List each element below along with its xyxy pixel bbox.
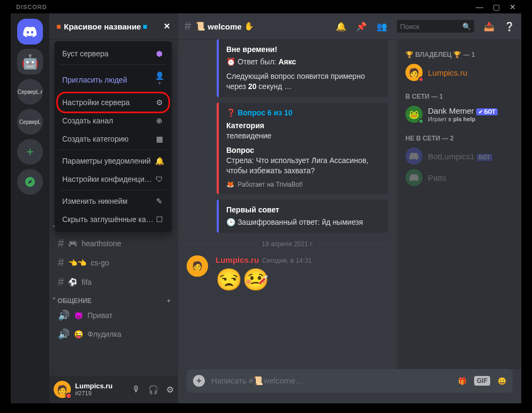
server-rail: 🤖 СерверL.r СерверL + [11,13,49,403]
invite-icon: 👤⁺ [154,71,164,88]
input-placeholder: Написать #📜welcome… [211,376,452,386]
help-icon[interactable]: ❔ [504,21,515,32]
attach-icon[interactable]: + [193,375,205,387]
discord-logo-icon [23,26,37,37]
boost-icon: ⬢ [154,49,164,58]
server-menu-popover: Буст сервера⬢ Пригласить людей👤⁺ Настрой… [55,41,172,232]
menu-server-settings[interactable]: Настройки сервера⚙ [58,93,168,112]
embed-trivia: ❓ Вопрос 6 из 10 Категория телевидение В… [217,102,388,195]
message-input[interactable]: + Написать #📜welcome… 🎁 GIF 😀 [187,369,513,393]
member-list-icon[interactable]: 👥 [376,21,387,32]
status-dnd-icon [65,393,72,399]
clock-icon: 🕒 [226,218,235,226]
gift-icon[interactable]: 🎁 [458,377,467,385]
channel-name: welcome [208,22,241,31]
menu-change-nick[interactable]: Изменить никнейм✎ [58,192,168,210]
emoji-picker-icon[interactable]: 😀 [498,377,506,385]
hash-icon: # [58,256,64,269]
hash-icon: # [58,276,64,288]
deafen-icon[interactable]: 🎧 [148,385,159,395]
speaker-icon: 🔊 [58,328,70,340]
inbox-icon[interactable]: 📥 [484,21,494,32]
hash-icon: # [58,237,64,249]
status-online-icon [418,119,424,124]
message-author[interactable]: Lumpics.ru [216,255,259,264]
member-owner[interactable]: 🧑 Lumpics.ru [401,62,517,83]
app-brand: DISCORD [16,4,47,10]
server-pill-2[interactable]: СерверL [17,109,43,135]
gear-icon: ⚙ [154,98,164,107]
message-emoji-content: 😒🤒 [216,267,312,292]
explore-button[interactable] [17,169,43,195]
channel-hearthstone[interactable]: #🎮hearthstone [54,234,174,253]
user-settings-icon[interactable]: ⚙ [166,385,174,395]
window-minimize-icon[interactable]: — [476,3,483,11]
self-avatar[interactable]: 🧑 [54,381,71,398]
message-avatar[interactable]: 🧑 [187,255,208,277]
crown-icon: 🏆 [453,51,461,58]
window-maximize-icon[interactable]: ▢ [493,3,500,11]
search-icon: 🔍 [462,23,471,31]
member-offline-1[interactable]: BotLumpics1БОТ [401,145,517,167]
menu-hide-muted[interactable]: Скрыть заглушённые ка…☐ [58,210,168,228]
message-area: Вне времени! ⏰ Ответ был: Аякс Следующий… [178,39,397,369]
bell-icon: 🔔 [154,157,164,165]
self-user-panel: 🧑 Lumpics.ru #2719 🎙 🎧 ⚙ [49,375,178,403]
menu-boost[interactable]: Буст сервера⬢ [58,45,168,63]
voice-private[interactable]: 🔊😈Приват [54,306,174,324]
server-header[interactable]: ◆ Красивое название ◆ ✕ [49,13,178,39]
shield-icon: 🛡 [154,175,164,183]
window-close-icon[interactable]: ✕ [509,3,516,11]
discord-logo-icon [409,152,419,160]
crown-icon: 🏆 [405,51,413,58]
status-dnd-icon [418,77,424,82]
channel-header: # 📜welcome✋ 🔔 📌 👥 Поиск 🔍 📥 ❔ [178,13,521,39]
member-list: 🏆 ВЛАДЕЛЕЦ 🏆 — 1 🧑 Lumpics.ru В СЕТИ — 1… [397,39,521,369]
voice-flood[interactable]: 🔊😜Флудилка [54,325,174,343]
server-title: Красивое название [64,22,141,31]
embed-timeout: Вне времени! ⏰ Ответ был: Аякс Следующий… [217,39,388,97]
channel-csgo[interactable]: #👈👈cs-go [54,253,174,272]
member-offline-2[interactable]: Patts [401,167,517,188]
server-pill-1[interactable]: СерверL.r [17,79,43,105]
folder-plus-icon: ▦ [154,135,164,143]
search-input[interactable]: Поиск 🔍 [397,20,474,33]
channel-fifa[interactable]: #⚽fifa [54,272,174,291]
pencil-icon: ✎ [154,197,164,205]
date-divider: 19 апреля 2021 г. [187,240,388,248]
bot-tag: ✔ БОТ [476,108,498,115]
menu-notifications[interactable]: Параметры уведомлений🔔 [58,152,168,170]
menu-invite[interactable]: Пригласить людей👤⁺ [58,67,168,93]
triviabot-icon: 🦊 [226,180,234,189]
bot-tag: БОТ [477,154,492,161]
server-avatar-robot[interactable]: 🤖 [17,49,43,75]
message-row: 🧑 Lumpics.ruСегодня, в 14:31 😒🤒 [187,255,388,292]
alarm-icon: ⏰ [226,57,235,66]
compass-icon [24,176,36,188]
menu-create-channel[interactable]: Создать канал⊕ [58,112,168,130]
hand-emoji-icon: ✋ [244,21,254,31]
gif-button[interactable]: GIF [474,376,490,386]
embed-hint: Первый совет 🕒 Зашифрованный ответ: йд н… [217,200,388,233]
gem-orange-icon: ◆ [55,22,63,31]
discord-logo-icon [409,174,419,181]
checkbox-icon: ☐ [154,215,164,224]
self-discriminator: #2719 [75,390,128,396]
hash-icon: # [184,19,191,33]
home-button[interactable] [17,19,43,45]
menu-privacy[interactable]: Настройки конфиденци…🛡 [58,170,168,188]
menu-create-category[interactable]: Создать категорию▦ [58,130,168,148]
self-username: Lumpics.ru [75,382,128,390]
speaker-icon: 🔊 [58,309,70,321]
question-mark-icon: ❓ [226,108,235,117]
main-column: # 📜welcome✋ 🔔 📌 👥 Поиск 🔍 📥 ❔ [178,13,521,403]
member-dank-memer[interactable]: 🐸 Dank Memer✔ БОТ Играет в pls help [401,104,517,125]
add-channel-icon[interactable]: + [167,297,171,305]
server-header-close-icon[interactable]: ✕ [164,21,171,31]
category-chat[interactable]: ˅ ОБЩЕНИЕ + [49,292,178,306]
pinned-icon[interactable]: 📌 [356,21,367,32]
message-timestamp: Сегодня, в 14:31 [262,257,312,264]
mute-icon[interactable]: 🎙 [132,385,141,395]
notifications-icon[interactable]: 🔔 [336,21,346,32]
add-server-button[interactable]: + [17,139,43,165]
